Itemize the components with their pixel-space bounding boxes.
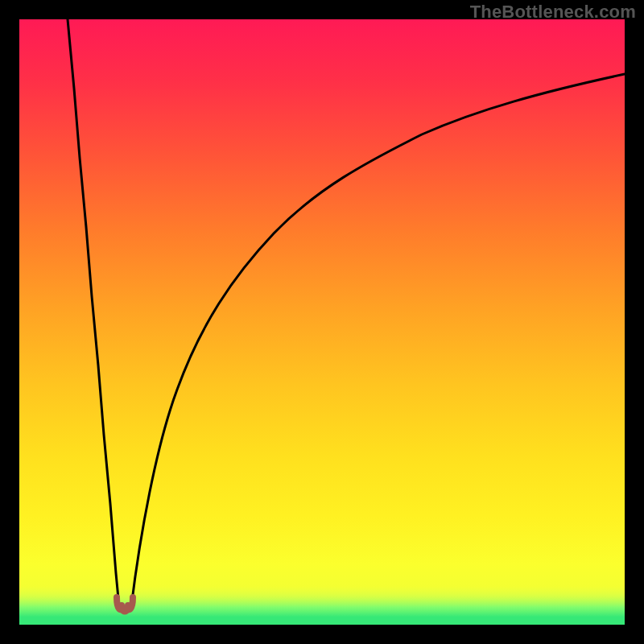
outer-frame: TheBottleneck.com xyxy=(0,0,644,644)
gradient-background xyxy=(19,19,625,625)
green-band xyxy=(19,586,625,625)
plot-area xyxy=(19,19,625,625)
plot-svg xyxy=(19,19,625,625)
watermark-text: TheBottleneck.com xyxy=(470,2,636,23)
